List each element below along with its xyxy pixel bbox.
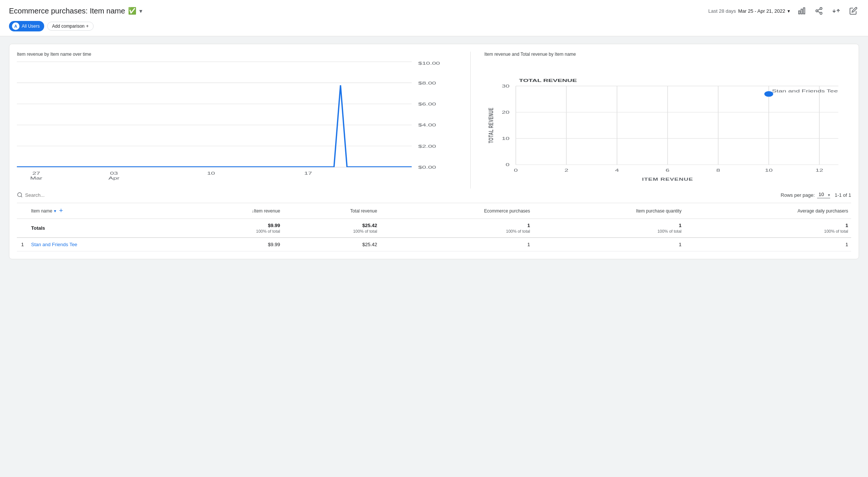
verified-icon: ✅: [128, 7, 136, 15]
svg-point-4: [816, 10, 818, 12]
totals-total-revenue-sub: 100% of total: [286, 229, 377, 233]
segment-label: All Users: [22, 24, 40, 29]
date-range: Last 28 days Mar 25 - Apr 21, 2022 ▾: [708, 8, 790, 14]
svg-text:10: 10: [502, 136, 510, 141]
svg-text:6: 6: [666, 168, 670, 173]
line-chart-section: Item revenue by Item name over time: [17, 52, 457, 189]
svg-text:2: 2: [565, 168, 568, 173]
title-dropdown-icon[interactable]: ▾: [139, 7, 142, 15]
page-header: Ecommerce purchases: Item name ✅ ▾ Last …: [0, 0, 868, 36]
title-row: Ecommerce purchases: Item name ✅ ▾: [9, 7, 142, 15]
svg-line-6: [818, 11, 820, 13]
svg-text:30: 30: [502, 84, 510, 89]
svg-text:0: 0: [506, 162, 510, 167]
table-section: Rows per page: 10 25 50 1-1 of 1: [17, 189, 851, 251]
svg-point-56: [18, 193, 22, 197]
chart-type-button[interactable]: [796, 5, 807, 16]
row-item-name[interactable]: Stan and Friends Tee: [28, 238, 182, 251]
totals-item-purchase-qty: 1 100% of total: [533, 219, 685, 238]
svg-text:$8.00: $8.00: [418, 80, 436, 85]
page-title: Ecommerce purchases: Item name: [9, 7, 125, 15]
svg-point-5: [820, 12, 822, 14]
avg-daily-purchasers-label: Average daily purchasers: [798, 208, 848, 214]
date-range-value: Mar 25 - Apr 21, 2022: [738, 8, 785, 14]
totals-item-revenue: $9.99 100% of total: [182, 219, 283, 238]
totals-avg-daily: 1 100% of total: [685, 219, 851, 238]
rows-per-page-select[interactable]: 10 25 50: [817, 192, 830, 198]
totals-ecommerce-purchases: 1 100% of total: [380, 219, 533, 238]
item-purchase-qty-header[interactable]: Item purchase quantity: [533, 203, 685, 219]
pagination-info: 1-1 of 1: [835, 192, 851, 198]
totals-rank: [17, 219, 28, 238]
totals-item-purchase-qty-sub: 100% of total: [536, 229, 682, 233]
charts-card: Item revenue by Item name over time: [9, 44, 859, 259]
add-comparison-icon: +: [86, 24, 89, 29]
rows-per-page-wrapper: 10 25 50: [817, 192, 830, 198]
totals-total-revenue: $25.42 100% of total: [283, 219, 380, 238]
edit-button[interactable]: [848, 5, 859, 16]
row-total-revenue: $25.42: [283, 238, 380, 251]
search-box: [17, 192, 85, 198]
item-revenue-header[interactable]: ↓Item revenue: [182, 203, 283, 219]
date-range-dropdown-icon[interactable]: ▾: [787, 8, 790, 14]
item-name-header[interactable]: Item name ▾ +: [28, 203, 182, 219]
scatter-chart-title: Item revenue and Total revenue by Item n…: [484, 52, 851, 57]
total-revenue-header[interactable]: Total revenue: [283, 203, 380, 219]
item-revenue-label: Item revenue: [254, 208, 280, 214]
totals-label: Totals: [28, 219, 182, 238]
item-purchase-qty-label: Item purchase quantity: [636, 208, 682, 214]
svg-text:TOTAL REVENUE: TOTAL REVENUE: [488, 107, 495, 143]
rows-per-page-label: Rows per page:: [781, 192, 815, 198]
header-filters: A All Users Add comparison +: [9, 21, 859, 36]
add-comparison-button[interactable]: Add comparison +: [47, 22, 94, 31]
total-revenue-label: Total revenue: [350, 208, 377, 214]
header-top-row: Ecommerce purchases: Item name ✅ ▾ Last …: [9, 5, 859, 16]
svg-rect-1: [801, 9, 802, 14]
sort-icon: ▾: [54, 208, 56, 214]
svg-text:$6.00: $6.00: [418, 102, 436, 107]
data-table: Item name ▾ + ↓Item revenue Total revenu…: [17, 203, 851, 251]
row-item-revenue: $9.99: [182, 238, 283, 251]
share-button[interactable]: [813, 5, 825, 16]
svg-text:TOTAL REVENUE: TOTAL REVENUE: [519, 78, 577, 83]
ecommerce-purchases-label: Ecommerce purchases: [484, 208, 530, 214]
svg-rect-2: [804, 8, 805, 14]
line-chart-container: $0.00 $2.00 $4.00 $6.00 $8.00 $10.00 27 …: [17, 61, 457, 189]
main-content: Item revenue by Item name over time: [0, 36, 868, 273]
row-rank: 1: [17, 238, 28, 251]
scatter-chart-section: Item revenue and Total revenue by Item n…: [484, 52, 851, 189]
svg-text:03: 03: [110, 171, 118, 175]
totals-ecommerce-sub: 100% of total: [383, 229, 530, 233]
svg-text:$2.00: $2.00: [418, 144, 436, 149]
svg-text:0: 0: [514, 168, 518, 173]
svg-text:20: 20: [502, 110, 510, 115]
search-input[interactable]: [25, 192, 85, 198]
ecommerce-purchases-header[interactable]: Ecommerce purchases: [380, 203, 533, 219]
avg-daily-purchasers-header[interactable]: Average daily purchasers: [685, 203, 851, 219]
search-icon: [17, 192, 23, 198]
svg-text:4: 4: [615, 168, 619, 173]
item-name-label: Item name: [31, 208, 52, 214]
scatter-chart-container: Stan and Friends Tee 0 10 20 30 0 2 4 6 …: [484, 61, 851, 189]
row-ecommerce-purchases: 1: [380, 238, 533, 251]
svg-text:$0.00: $0.00: [418, 165, 436, 170]
totals-row: Totals $9.99 100% of total $25.42 100% o…: [17, 219, 851, 238]
totals-item-revenue-sub: 100% of total: [185, 229, 280, 233]
svg-text:8: 8: [716, 168, 720, 173]
svg-text:12: 12: [816, 168, 823, 173]
all-users-chip[interactable]: A All Users: [9, 21, 44, 31]
svg-text:17: 17: [304, 171, 312, 175]
svg-text:ITEM REVENUE: ITEM REVENUE: [642, 177, 694, 181]
svg-line-57: [21, 196, 22, 197]
add-column-button[interactable]: +: [58, 207, 65, 215]
line-chart-title: Item revenue by Item name over time: [17, 52, 457, 57]
svg-text:Mar: Mar: [30, 175, 42, 180]
svg-text:27: 27: [32, 171, 40, 175]
totals-avg-daily-sub: 100% of total: [688, 229, 848, 233]
segment-avatar: A: [12, 22, 19, 30]
date-range-label: Last 28 days: [708, 8, 736, 14]
compare-button[interactable]: [831, 5, 842, 16]
svg-text:10: 10: [207, 171, 215, 175]
charts-row: Item revenue by Item name over time: [17, 52, 851, 189]
add-comparison-label: Add comparison: [52, 24, 85, 29]
